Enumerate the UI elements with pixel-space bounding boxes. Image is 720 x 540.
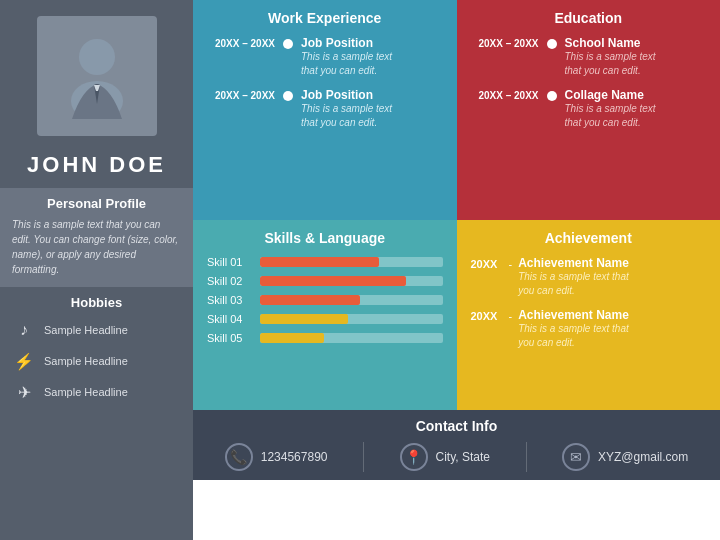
school-name-1: School Name bbox=[565, 36, 656, 50]
avatar bbox=[37, 16, 157, 136]
timeline-dot-1 bbox=[283, 39, 293, 49]
edu-dot-1 bbox=[547, 39, 557, 49]
location-text: City, State bbox=[436, 450, 490, 464]
work-experience-section: Work Experience 20XX – 20XX Job Position… bbox=[193, 0, 457, 220]
airplane-icon: ✈ bbox=[12, 380, 36, 404]
job-desc-1: This is a sample textthat you can edit. bbox=[301, 50, 392, 78]
work-content-1: Job Position This is a sample textthat y… bbox=[301, 36, 392, 78]
skill-label-3: Skill 03 bbox=[207, 294, 252, 306]
achievement-desc-2: This is a sample text thatyou can edit. bbox=[518, 322, 629, 350]
email-icon: ✉ bbox=[562, 443, 590, 471]
edu-content-1: School Name This is a sample textthat yo… bbox=[565, 36, 656, 78]
school-desc-1: This is a sample textthat you can edit. bbox=[565, 50, 656, 78]
achievement-dash-2: - bbox=[509, 308, 513, 350]
email-text: XYZ@gmail.com bbox=[598, 450, 688, 464]
skill-bar-bg-4 bbox=[260, 314, 443, 324]
location-icon: 📍 bbox=[400, 443, 428, 471]
achievement-year-2: 20XX bbox=[471, 308, 503, 350]
main-content: Work Experience 20XX – 20XX Job Position… bbox=[193, 0, 720, 540]
contact-row: 📞 1234567890 📍 City, State ✉ XYZ@gmail.c… bbox=[207, 442, 706, 472]
hobby-item-2: ⚡ Sample Headline bbox=[12, 349, 181, 373]
achievement-name-2: Achievement Name bbox=[518, 308, 629, 322]
education-section: Education 20XX – 20XX School Name This i… bbox=[457, 0, 721, 220]
edu-item-2: 20XX – 20XX Collage Name This is a sampl… bbox=[471, 88, 707, 130]
job-desc-2: This is a sample textthat you can edit. bbox=[301, 102, 392, 130]
skill-row-2: Skill 02 bbox=[207, 275, 443, 287]
skills-title: Skills & Language bbox=[207, 230, 443, 246]
job-title-2: Job Position bbox=[301, 88, 392, 102]
school-name-2: Collage Name bbox=[565, 88, 656, 102]
timeline-dot-2 bbox=[283, 91, 293, 101]
work-date-2: 20XX – 20XX bbox=[207, 88, 275, 101]
contact-title: Contact Info bbox=[207, 418, 706, 434]
contact-section: Contact Info 📞 1234567890 📍 City, State … bbox=[193, 410, 720, 480]
achievement-name-1: Achievement Name bbox=[518, 256, 629, 270]
job-title-1: Job Position bbox=[301, 36, 392, 50]
contact-location: 📍 City, State bbox=[400, 443, 490, 471]
skill-bar-fill-4 bbox=[260, 314, 348, 324]
hobbies-section: Hobbies ♪ Sample Headline ⚡ Sample Headl… bbox=[0, 287, 193, 415]
skill-row-5: Skill 05 bbox=[207, 332, 443, 344]
skill-bar-fill-3 bbox=[260, 295, 360, 305]
achievement-dash-1: - bbox=[509, 256, 513, 298]
profile-name: JOHN DOE bbox=[0, 144, 193, 188]
skill-bar-bg-3 bbox=[260, 295, 443, 305]
divider-2 bbox=[526, 442, 527, 472]
personal-profile-text: This is a sample text that you can edit.… bbox=[12, 217, 181, 277]
skill-bar-bg-5 bbox=[260, 333, 443, 343]
divider-1 bbox=[363, 442, 364, 472]
skill-bar-fill-2 bbox=[260, 276, 406, 286]
achievement-item-2: 20XX - Achievement Name This is a sample… bbox=[471, 308, 707, 350]
hobby-label-1: Sample Headline bbox=[44, 324, 128, 336]
school-desc-2: This is a sample textthat you can edit. bbox=[565, 102, 656, 130]
skill-bar-fill-1 bbox=[260, 257, 379, 267]
skill-label-2: Skill 02 bbox=[207, 275, 252, 287]
education-title: Education bbox=[471, 10, 707, 26]
achievement-content-1: Achievement Name This is a sample text t… bbox=[518, 256, 629, 298]
personal-profile-title: Personal Profile bbox=[12, 196, 181, 211]
contact-email: ✉ XYZ@gmail.com bbox=[562, 443, 688, 471]
achievement-year-1: 20XX bbox=[471, 256, 503, 298]
achievement-item-1: 20XX - Achievement Name This is a sample… bbox=[471, 256, 707, 298]
skill-bar-fill-5 bbox=[260, 333, 324, 343]
phone-number: 1234567890 bbox=[261, 450, 328, 464]
achievement-content-2: Achievement Name This is a sample text t… bbox=[518, 308, 629, 350]
skills-section: Skills & Language Skill 01 Skill 02 Skil… bbox=[193, 220, 457, 410]
skill-row-4: Skill 04 bbox=[207, 313, 443, 325]
guitar-icon: ♪ bbox=[12, 318, 36, 342]
work-item-1: 20XX – 20XX Job Position This is a sampl… bbox=[207, 36, 443, 78]
edu-dot-2 bbox=[547, 91, 557, 101]
work-experience-title: Work Experience bbox=[207, 10, 443, 26]
skill-label-5: Skill 05 bbox=[207, 332, 252, 344]
running-icon: ⚡ bbox=[12, 349, 36, 373]
edu-item-1: 20XX – 20XX School Name This is a sample… bbox=[471, 36, 707, 78]
hobby-item-3: ✈ Sample Headline bbox=[12, 380, 181, 404]
achievement-title: Achievement bbox=[471, 230, 707, 246]
achievement-section: Achievement 20XX - Achievement Name This… bbox=[457, 220, 721, 410]
work-item-2: 20XX – 20XX Job Position This is a sampl… bbox=[207, 88, 443, 130]
person-icon bbox=[52, 29, 142, 123]
contact-phone: 📞 1234567890 bbox=[225, 443, 328, 471]
skill-bar-bg-2 bbox=[260, 276, 443, 286]
sidebar: JOHN DOE Personal Profile This is a samp… bbox=[0, 0, 193, 540]
middle-row: Skills & Language Skill 01 Skill 02 Skil… bbox=[193, 220, 720, 410]
hobby-item-1: ♪ Sample Headline bbox=[12, 318, 181, 342]
skill-row-1: Skill 01 bbox=[207, 256, 443, 268]
resume-container: JOHN DOE Personal Profile This is a samp… bbox=[0, 0, 720, 540]
hobbies-title: Hobbies bbox=[12, 295, 181, 310]
work-date-1: 20XX – 20XX bbox=[207, 36, 275, 49]
skill-row-3: Skill 03 bbox=[207, 294, 443, 306]
edu-date-1: 20XX – 20XX bbox=[471, 36, 539, 49]
svg-point-0 bbox=[79, 39, 115, 75]
edu-date-2: 20XX – 20XX bbox=[471, 88, 539, 101]
phone-icon: 📞 bbox=[225, 443, 253, 471]
edu-content-2: Collage Name This is a sample textthat y… bbox=[565, 88, 656, 130]
hobby-label-3: Sample Headline bbox=[44, 386, 128, 398]
achievement-desc-1: This is a sample text thatyou can edit. bbox=[518, 270, 629, 298]
skill-label-4: Skill 04 bbox=[207, 313, 252, 325]
work-content-2: Job Position This is a sample textthat y… bbox=[301, 88, 392, 130]
top-row: Work Experience 20XX – 20XX Job Position… bbox=[193, 0, 720, 220]
personal-profile-section: Personal Profile This is a sample text t… bbox=[0, 188, 193, 287]
skill-bar-bg-1 bbox=[260, 257, 443, 267]
skill-label-1: Skill 01 bbox=[207, 256, 252, 268]
